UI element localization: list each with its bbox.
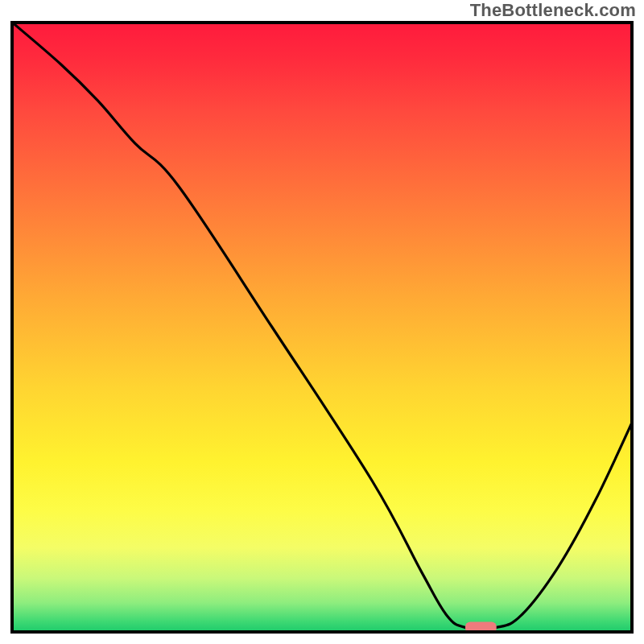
optimal-range-marker xyxy=(465,621,497,633)
bottleneck-curve-path xyxy=(10,21,634,629)
chart-overlay xyxy=(10,21,634,634)
plot-area xyxy=(10,21,634,634)
bottleneck-chart: TheBottleneck.com xyxy=(0,0,644,644)
watermark-text: TheBottleneck.com xyxy=(470,0,636,21)
